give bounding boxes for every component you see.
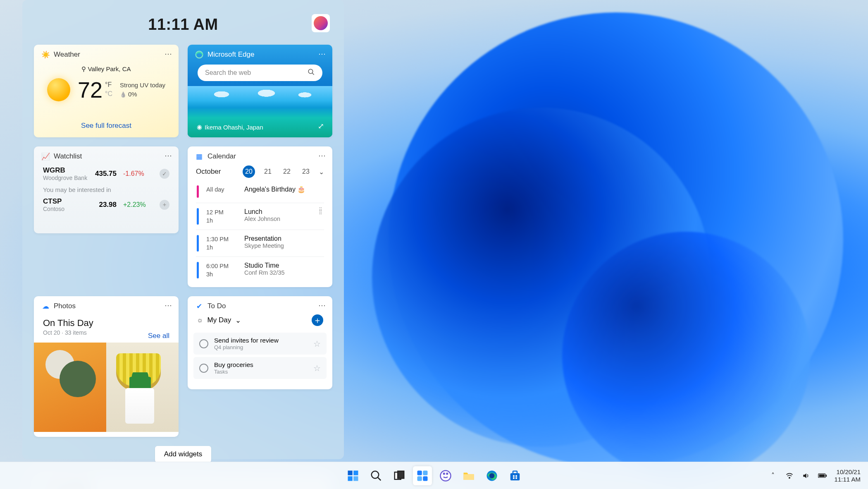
- system-tray[interactable]: ˄ 10/20/21 11:11 AM: [768, 468, 861, 483]
- day-20[interactable]: 20: [243, 165, 255, 178]
- event-dur: 3h: [206, 270, 237, 278]
- edge-location: ◉Ikema Ohashi, Japan: [197, 123, 263, 131]
- watchlist-title: Watchlist: [54, 152, 82, 161]
- task-checkbox[interactable]: [199, 339, 208, 348]
- todo-icon: ✔: [195, 302, 203, 310]
- ticker-2[interactable]: CTSP: [43, 197, 64, 206]
- calendar-event-list: All day Angela's Birthday 🎂 12 PM1h Lunc…: [188, 182, 332, 282]
- tray-date[interactable]: 10/20/21: [835, 468, 861, 476]
- day-23[interactable]: 23: [300, 168, 312, 175]
- task-title: Send invites for review: [214, 337, 279, 344]
- calendar-more-button[interactable]: ⋯: [316, 151, 328, 161]
- todo-more-button[interactable]: ⋯: [316, 300, 328, 310]
- svg-point-1: [308, 69, 313, 74]
- photos-widget[interactable]: ☁ Photos ⋯ On This Day Oct 20 · 33 items…: [34, 296, 179, 437]
- svg-point-20: [489, 473, 495, 478]
- svg-rect-14: [423, 476, 427, 481]
- start-button[interactable]: [343, 466, 362, 485]
- event-row[interactable]: 12 PM1h LunchAlex Johnson ⠿⠿: [188, 205, 332, 228]
- svg-rect-13: [417, 476, 422, 481]
- todo-list-name[interactable]: My Day: [207, 316, 231, 324]
- calendar-widget[interactable]: ▦ Calendar ⋯ October 20 21 22 23 ⌄ All d…: [188, 146, 332, 287]
- edge-button[interactable]: [482, 466, 501, 485]
- event-row[interactable]: 1:30 PM1h PresentationSkype Meeting: [188, 232, 332, 255]
- day-22[interactable]: 22: [281, 168, 293, 175]
- star-icon[interactable]: ☆: [313, 339, 321, 349]
- task-row[interactable]: Send invites for reviewQ4 planning ☆: [193, 333, 327, 355]
- edge-search-input[interactable]: Search the web: [198, 65, 322, 81]
- widgets-panel: 11:11 AM ☀️ Weather ⋯ ⚲ Valley Park, CA …: [22, 0, 344, 459]
- taskbar: ˄ 10/20/21 11:11 AM: [0, 462, 868, 489]
- volume-icon[interactable]: [801, 471, 811, 480]
- event-time: 1:30 PM: [206, 235, 237, 243]
- search-icon: [308, 68, 315, 77]
- svg-rect-10: [398, 471, 404, 478]
- task-checkbox[interactable]: [199, 364, 208, 373]
- battery-icon[interactable]: [818, 471, 827, 480]
- weather-location: Valley Park, CA: [88, 65, 131, 72]
- task-row[interactable]: Buy groceriesTasks ☆: [193, 357, 327, 379]
- chat-button[interactable]: [436, 466, 455, 485]
- watchlist-more-button[interactable]: ⋯: [162, 151, 174, 161]
- profile-avatar[interactable]: [312, 14, 330, 32]
- event-time: 12 PM: [206, 208, 237, 216]
- svg-rect-21: [510, 473, 520, 480]
- event-row[interactable]: All day Angela's Birthday 🎂: [188, 182, 332, 201]
- photos-heading: On This Day: [43, 318, 169, 328]
- ticker-1-check[interactable]: ✓: [160, 169, 169, 179]
- file-explorer-button[interactable]: [459, 466, 478, 485]
- drag-handle-icon[interactable]: ⠿⠿: [319, 208, 323, 215]
- forecast-link[interactable]: See full forecast: [34, 122, 179, 130]
- task-view-button[interactable]: [390, 466, 409, 485]
- svg-point-15: [441, 470, 451, 481]
- day-21[interactable]: 21: [262, 168, 274, 175]
- svg-rect-26: [515, 477, 517, 479]
- edge-more-button[interactable]: ⋯: [316, 49, 328, 59]
- watchlist-widget[interactable]: 📈 Watchlist ⋯ WGRB Woodgrove Bank 435.75…: [34, 146, 179, 233]
- ticker-1[interactable]: WGRB: [43, 166, 87, 175]
- event-sub: Conf Rm 32/35: [244, 269, 285, 276]
- store-button[interactable]: [506, 466, 525, 485]
- weather-widget[interactable]: ☀️ Weather ⋯ ⚲ Valley Park, CA 72 °F°C S…: [34, 45, 179, 137]
- photos-see-all-link[interactable]: See all: [148, 332, 169, 340]
- ticker-2-price: 23.98: [99, 201, 117, 209]
- ticker-2-add[interactable]: ＋: [160, 200, 169, 210]
- tray-time[interactable]: 11:11 AM: [835, 476, 861, 483]
- add-task-button[interactable]: ＋: [312, 314, 323, 326]
- add-widgets-button[interactable]: Add widgets: [155, 446, 212, 463]
- calendar-title: Calendar: [207, 152, 236, 161]
- edge-widget[interactable]: Microsoft Edge ⋯ Search the web ◉Ikema O…: [188, 45, 332, 137]
- event-row[interactable]: 6:00 PM3h Studio TimeConf Rm 32/35: [188, 259, 332, 282]
- svg-rect-18: [464, 474, 474, 480]
- todo-widget[interactable]: ✔ To Do ⋯ ☼ My Day ⌄ ＋ Send invites for …: [188, 296, 332, 389]
- svg-rect-22: [513, 471, 517, 473]
- svg-rect-23: [513, 475, 515, 477]
- event-title: Studio Time: [244, 262, 285, 269]
- weather-more-button[interactable]: ⋯: [162, 49, 174, 59]
- unit-f[interactable]: °F: [105, 81, 112, 88]
- svg-rect-30: [825, 475, 827, 477]
- event-title: Angela's Birthday: [244, 186, 296, 193]
- svg-point-27: [789, 477, 790, 478]
- photo-thumb-1[interactable]: [34, 343, 106, 432]
- search-button[interactable]: [367, 466, 386, 485]
- chevron-down-icon[interactable]: ⌄: [319, 168, 324, 176]
- wifi-icon[interactable]: [785, 471, 794, 480]
- search-placeholder: Search the web: [205, 69, 251, 77]
- svg-rect-24: [515, 475, 517, 477]
- photos-more-button[interactable]: ⋯: [162, 300, 174, 310]
- stocks-icon: 📈: [41, 152, 50, 161]
- chevron-down-icon[interactable]: ⌄: [235, 316, 241, 325]
- star-icon[interactable]: ☆: [313, 363, 321, 373]
- svg-rect-17: [446, 472, 448, 475]
- unit-c[interactable]: °C: [105, 90, 112, 97]
- svg-rect-3: [348, 470, 353, 475]
- calendar-month: October: [196, 168, 221, 176]
- weather-precip: 0%: [120, 90, 165, 99]
- event-time: 6:00 PM: [206, 262, 237, 270]
- photo-thumb-2[interactable]: [106, 343, 179, 432]
- widgets-button[interactable]: [413, 466, 432, 485]
- expand-icon[interactable]: ⤢: [318, 122, 324, 131]
- tray-overflow-icon[interactable]: ˄: [768, 471, 777, 480]
- event-title: Presentation: [244, 235, 284, 242]
